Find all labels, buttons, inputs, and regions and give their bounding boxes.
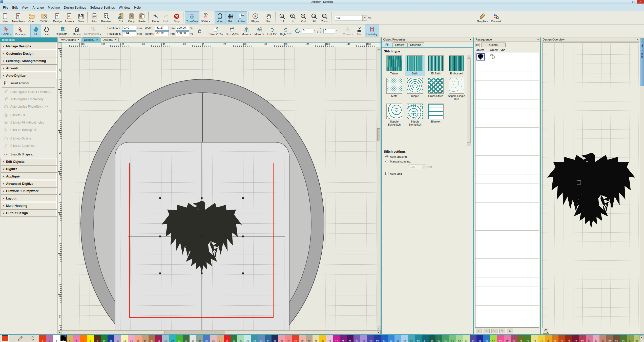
menu-window[interactable]: Window xyxy=(117,5,132,10)
toolbox-section-appliqu[interactable]: Appliqué xyxy=(1,173,57,180)
overview-zoom-button[interactable] xyxy=(543,328,549,334)
dropdown-caret-icon[interactable]: ▼ xyxy=(209,20,211,23)
palette-color-53[interactable]: 53 xyxy=(394,335,401,342)
print-button[interactable]: Print xyxy=(89,11,100,24)
redo-button[interactable]: Redo xyxy=(161,11,171,24)
toolbox-item-click-to-centerline[interactable]: Click-to-Centerline xyxy=(1,142,57,149)
palette-color-85[interactable]: 85 xyxy=(613,335,620,342)
scroll-down-arrow[interactable]: ▼ xyxy=(467,142,471,146)
palette-color-43[interactable]: 43 xyxy=(326,335,333,342)
move-up-button[interactable] xyxy=(484,329,490,333)
palette-color-9[interactable]: 9 xyxy=(94,335,101,342)
palette-color-48[interactable]: 48 xyxy=(360,335,367,342)
menu-arrange[interactable]: Arrange xyxy=(31,5,46,10)
palette-color-22[interactable]: 22 xyxy=(183,335,190,342)
position-x-field[interactable]: 0.40 xyxy=(122,26,136,31)
menu-machine[interactable]: Machine xyxy=(46,5,62,10)
tab-design2[interactable]: Design2✕ xyxy=(100,37,119,42)
palette-color-2[interactable]: 2 xyxy=(46,335,53,342)
palette-color-84[interactable]: 84 xyxy=(606,335,613,342)
scroll-right-arrow[interactable]: ▶ xyxy=(377,331,381,334)
graphics-button[interactable]: Graphics xyxy=(475,11,489,24)
palette-color-12[interactable]: 12 xyxy=(114,335,121,342)
palette-color-19[interactable]: 19 xyxy=(162,335,169,342)
palette-color-73[interactable]: 73 xyxy=(531,335,538,342)
palette-color-29[interactable]: 29 xyxy=(231,335,237,342)
stitch-type-cross-stitch[interactable]: Cross Stitch xyxy=(425,77,446,101)
palette-color-56[interactable]: 56 xyxy=(415,335,422,342)
stitch-type-3d-satin[interactable]: 3D Satin xyxy=(425,55,446,76)
panel-expand-icon[interactable]: » xyxy=(537,38,539,41)
corners-button[interactable]: Corners xyxy=(341,25,354,37)
palette-color-67[interactable]: 67 xyxy=(490,335,497,342)
palette-color-69[interactable]: 69 xyxy=(504,335,511,342)
stitch-type-satin[interactable]: Satin xyxy=(405,55,425,76)
height-field[interactable]: 67.12 xyxy=(155,31,169,36)
palette-color-5[interactable]: 5 xyxy=(67,335,73,342)
palette-color-10[interactable]: 10 xyxy=(101,335,108,342)
toolbox-section-lettering-monogramming[interactable]: Lettering / Monogramming xyxy=(1,57,57,64)
palette-color-13[interactable]: 13 xyxy=(121,335,128,342)
palette-color-58[interactable]: 58 xyxy=(429,335,435,342)
palette-color-39[interactable]: 39 xyxy=(299,335,306,342)
move-to-bottom-button[interactable] xyxy=(499,329,505,333)
fill-button[interactable]: Fill xyxy=(30,25,41,37)
palette-scroll-button[interactable]: ▲ xyxy=(639,335,643,339)
toolbox-section-advanced-digitize[interactable]: Advanced Digitize xyxy=(1,180,57,187)
color-picker-button[interactable] xyxy=(17,335,24,342)
palette-color-83[interactable]: 83 xyxy=(599,335,606,342)
stitch-type-stipple-backstitch[interactable]: Stipple Backstitch xyxy=(384,103,405,127)
canvas-horizontal-scrollbar[interactable]: ◀ ▶ xyxy=(58,330,381,334)
convert-button[interactable]: Convert xyxy=(489,11,502,24)
palette-color-57[interactable]: 57 xyxy=(422,335,429,342)
vscroll-thumb[interactable] xyxy=(377,128,380,141)
stitch-type-tatami[interactable]: Tatami xyxy=(384,55,405,76)
palette-color-21[interactable]: 21 xyxy=(176,335,183,342)
palette-color-1[interactable]: 1 xyxy=(39,335,46,342)
selection-handle[interactable] xyxy=(242,197,244,199)
1-1-button[interactable]: 11:1 xyxy=(277,11,287,24)
selection-handle[interactable] xyxy=(242,236,244,237)
select-button[interactable]: Select▼ xyxy=(0,25,13,37)
selection-handle[interactable] xyxy=(201,197,203,199)
toolbox-section-output-design[interactable]: Output Design xyxy=(1,210,57,216)
toolbox-item-click-to-fill[interactable]: Click-to-Fill xyxy=(1,111,57,119)
palette-color-61[interactable]: 61 xyxy=(449,335,456,342)
toolbox-item-auto-digitize-photostitch[interactable]: Auto-digitize PhotoStitch >> xyxy=(1,103,57,110)
proportional-scaling-lock-button[interactable] xyxy=(194,25,205,37)
manual-spacing-radio[interactable] xyxy=(385,160,388,163)
palette-color-86[interactable]: 86 xyxy=(620,335,627,342)
menu-edit[interactable]: Edit xyxy=(10,5,20,10)
design-button[interactable]: Design xyxy=(52,11,63,24)
menu-design-settings[interactable]: Design Settings xyxy=(62,5,88,10)
height-percent-field[interactable]: 100.00 xyxy=(176,31,189,36)
palette-color-40[interactable]: 40 xyxy=(306,335,313,342)
object-properties-close-icon[interactable]: ✕ xyxy=(469,38,472,41)
paste-button[interactable]: Paste xyxy=(137,11,147,24)
palette-color-75[interactable]: 75 xyxy=(545,335,552,342)
palette-color-79[interactable]: 79 xyxy=(572,335,579,342)
palette-color-78[interactable]: 78 xyxy=(565,335,572,342)
palette-color-38[interactable]: 38 xyxy=(292,335,299,342)
hscroll-thumb[interactable] xyxy=(164,331,225,334)
close-tab-icon[interactable]: ✕ xyxy=(96,38,98,41)
selection-handle[interactable] xyxy=(159,273,161,274)
fit-button[interactable]: Fit xyxy=(309,11,319,24)
palette-color-63[interactable]: 63 xyxy=(463,335,470,342)
rectangular-button[interactable]: Rectangular▼ xyxy=(82,25,103,37)
close-tab-icon[interactable]: ✕ xyxy=(115,38,117,41)
copy-button[interactable]: Copy xyxy=(126,11,137,24)
chevron-down-icon[interactable]: ▼ xyxy=(362,15,367,21)
palette-color-4[interactable]: 4 xyxy=(60,335,67,342)
auto-split-checkbox[interactable]: ✓ xyxy=(385,172,388,175)
artwork-button[interactable]: Artwork xyxy=(63,11,76,24)
duplicate-button[interactable]: Duplicate▼ xyxy=(54,25,72,37)
design-canvas[interactable] xyxy=(62,47,377,330)
undo-button[interactable]: Undo xyxy=(150,11,161,24)
stitch-type-ripple[interactable]: Ripple xyxy=(405,77,425,101)
mirror-x-button[interactable]: Mirror X xyxy=(240,25,253,37)
preview-button[interactable]: Preview xyxy=(100,11,113,24)
palette-color-26[interactable]: 26 xyxy=(210,335,217,342)
current-color-swatch[interactable] xyxy=(2,335,8,341)
trim-button[interactable]: Trim xyxy=(354,25,365,37)
